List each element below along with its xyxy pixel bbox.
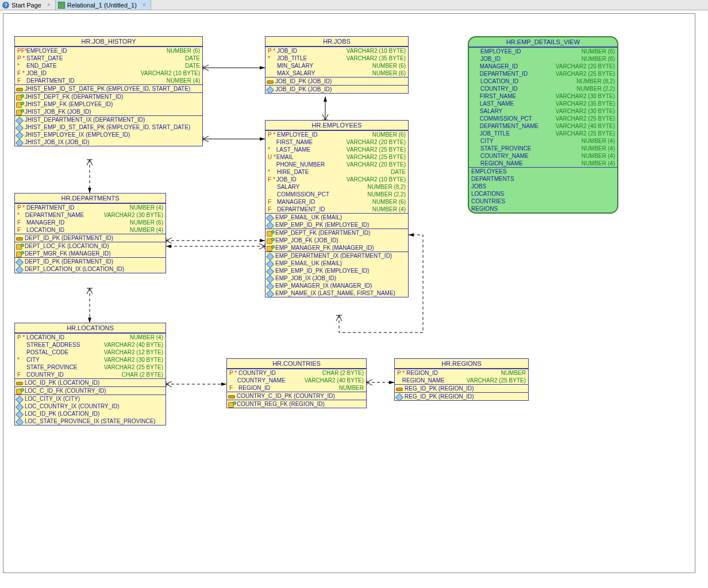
constraint-row: DEPT_ID_PK (DEPARTMENT_ID)	[15, 258, 166, 265]
column-row: FIRST_NAMEVARCHAR2 (30 BYTE)	[469, 92, 617, 100]
column-row: PHONE_NUMBERVARCHAR2 (20 BYTE)	[266, 161, 408, 168]
index-icon	[16, 411, 23, 417]
entity-departments[interactable]: HR.DEPARTMENTS P *DEPARTMENT_IDNUMBER (4…	[14, 193, 166, 273]
index-icon	[16, 419, 23, 424]
column-row: REGION_NAMEVARCHAR2 (25 BYTE)	[395, 377, 528, 384]
column-row: FDEPARTMENT_IDNUMBER (4)	[266, 206, 408, 213]
tab-start-page[interactable]: ? Start Page ×	[0, 0, 56, 10]
constraint-row: JHIST_DEPT_FK (DEPARTMENT_ID)	[15, 93, 202, 100]
index-icon	[16, 266, 23, 272]
column-row: P *START_DATEDATE	[15, 55, 202, 62]
column-row: P *COUNTRY_IDCHAR (2 BYTE)	[227, 369, 366, 377]
constraint-row: JHIST_JOB_IX (JOB_ID)	[15, 138, 202, 146]
index-icon	[267, 253, 274, 259]
fk-section: DEPT_LOC_FK (LOCATION_ID)DEPT_MGR_FK (MA…	[15, 242, 166, 257]
columns-section: EMPLOYEE_IDNUMBER (6) JOB_IDNUMBER (6) M…	[469, 47, 617, 167]
entity-title: HR.LOCATIONS	[15, 323, 166, 333]
constraint-row: LOC_C_ID_FK (COUNTRY_ID)	[15, 387, 166, 394]
entity-locations[interactable]: HR.LOCATIONS P *LOCATION_IDNUMBER (4) ST…	[14, 323, 166, 425]
column-row: *LAST_NAMEVARCHAR2 (25 BYTE)	[266, 146, 408, 153]
column-row: U *EMAILVARCHAR2 (25 BYTE)	[266, 153, 408, 161]
index-icon	[267, 276, 274, 281]
key-icon	[16, 86, 23, 92]
index-icon	[267, 268, 274, 274]
column-row: FIRST_NAMEVARCHAR2 (20 BYTE)	[266, 138, 408, 146]
constraint-row: LOC_STATE_PROVINCE_IX (STATE_PROVINCE)	[15, 417, 166, 425]
fk-section: EMP_DEPT_FK (DEPARTMENT_ID)EMP_JOB_FK (J…	[266, 229, 408, 252]
constraint-row: JHIST_EMP_FK (EMPLOYEE_ID)	[15, 100, 202, 108]
entity-countries[interactable]: HR.COUNTRIES P *COUNTRY_IDCHAR (2 BYTE) …	[226, 358, 367, 408]
constraint-row: EMP_EMP_ID_PK (EMPLOYEE_ID)	[266, 267, 408, 274]
foreign-key-icon	[16, 388, 23, 394]
columns-section: P *JOB_IDVARCHAR2 (10 BYTE) *JOB_TITLEVA…	[266, 47, 408, 77]
constraint-row: EMP_JOB_IX (JOB_ID)	[266, 274, 408, 282]
column-row: F *JOB_IDVARCHAR2 (10 BYTE)	[266, 176, 408, 183]
constraint-row: EMP_EMAIL_UK (EMAIL)	[266, 214, 408, 221]
column-row: *DEPARTMENT_NAMEVARCHAR2 (30 BYTE)	[15, 211, 166, 219]
idx-section: LOC_CITY_IX (CITY)LOC_COUNTRY_IX (COUNTR…	[15, 394, 166, 425]
idx-section: DEPT_ID_PK (DEPARTMENT_ID)DEPT_LOCATION_…	[15, 257, 166, 273]
foreign-key-icon	[267, 238, 274, 243]
constraint-row: JHIST_DEPARTMENT_IX (DEPARTMENT_ID)	[15, 116, 202, 123]
index-icon	[267, 283, 274, 289]
entity-employees[interactable]: HR.EMPLOYEES P *EMPLOYEE_IDNUMBER (6) FI…	[265, 120, 409, 297]
entity-regions[interactable]: HR.REGIONS P *REGION_IDNUMBER REGION_NAM…	[394, 358, 529, 401]
pk-section: REG_ID_PK (REGION_ID)	[395, 384, 528, 392]
ref-row: COUNTRIES	[469, 198, 617, 205]
constraint-row: EMP_DEPARTMENT_IX (DEPARTMENT_ID)	[266, 252, 408, 260]
pk-section: JOB_ID_PK (JOB_ID)	[266, 77, 408, 85]
column-row: COUNTRY_NAMEVARCHAR2 (40 BYTE)	[227, 377, 366, 384]
close-icon[interactable]: ×	[47, 2, 51, 8]
column-row: STATE_PROVINCENUMBER (4)	[469, 145, 617, 152]
diagram-canvas[interactable]: HR.JOB_HISTORY PF*EMPLOYEE_IDNUMBER (6)P…	[3, 13, 695, 573]
constraint-row: EMP_JOB_FK (JOB_ID)	[266, 237, 408, 244]
column-row: DEPARTMENT_IDVARCHAR2 (25 BYTE)	[469, 70, 617, 78]
entity-emp-details-view[interactable]: HR.EMP_DETAILS_VIEW EMPLOYEE_IDNUMBER (6…	[468, 36, 618, 214]
constraint-row: JHIST_EMP_ID_ST_DATE_PK (EMPLOYEE_ID, ST…	[15, 85, 202, 92]
column-row: COMMISSION_PCTVARCHAR2 (25 BYTE)	[469, 115, 617, 122]
index-icon	[267, 222, 274, 228]
ref-row: LOCATIONS	[469, 190, 617, 198]
key-icon	[16, 235, 23, 241]
help-icon: ?	[2, 2, 9, 9]
index-icon	[16, 140, 23, 145]
tab-relational[interactable]: Relational_1 (Untitled_1) ×	[56, 0, 151, 10]
columns-section: P *EMPLOYEE_IDNUMBER (6) FIRST_NAMEVARCH…	[266, 130, 408, 213]
entity-title: HR.JOBS	[266, 37, 408, 47]
entity-title: HR.EMP_DETAILS_VIEW	[469, 37, 617, 47]
ref-row: REGIONS	[469, 205, 617, 212]
idx-section: JHIST_DEPARTMENT_IX (DEPARTMENT_ID)JHIST…	[15, 115, 202, 146]
constraint-row: EMP_MANAGER_FK (MANAGER_ID)	[266, 244, 408, 252]
index-icon	[267, 215, 274, 220]
close-icon[interactable]: ×	[143, 2, 146, 8]
key-icon	[267, 79, 274, 84]
pk-section: EMP_EMAIL_UK (EMAIL)EMP_EMP_ID_PK (EMPLO…	[266, 213, 408, 229]
column-row: FREGION_IDNUMBER	[227, 384, 366, 392]
index-icon	[16, 396, 23, 402]
column-row: LOCATION_IDNUMBER (8,2)	[469, 78, 617, 85]
column-row: SALARYVARCHAR2 (30 BYTE)	[469, 107, 617, 115]
ref-row: JOBS	[469, 183, 617, 190]
column-row: CITYNUMBER (4)	[469, 137, 617, 145]
entity-jobs[interactable]: HR.JOBS P *JOB_IDVARCHAR2 (10 BYTE) *JOB…	[265, 36, 409, 94]
columns-section: P *REGION_IDNUMBER REGION_NAMEVARCHAR2 (…	[395, 369, 528, 384]
entity-job-history[interactable]: HR.JOB_HISTORY PF*EMPLOYEE_IDNUMBER (6)P…	[14, 36, 203, 146]
column-row: JOB_IDNUMBER (6)	[469, 55, 617, 63]
constraint-row: LOC_ID_PK (LOCATION_ID)	[15, 379, 166, 386]
column-row: LAST_NAMEVARCHAR2 (35 BYTE)	[469, 100, 617, 107]
column-row: EMPLOYEE_IDNUMBER (6)	[469, 48, 617, 55]
entity-title: HR.REGIONS	[395, 359, 528, 369]
columns-section: P *DEPARTMENT_IDNUMBER (4) *DEPARTMENT_N…	[15, 203, 166, 234]
column-row: *JOB_TITLEVARCHAR2 (35 BYTE)	[266, 55, 408, 62]
column-row: *END_DATEDATE	[15, 62, 202, 69]
foreign-key-icon	[16, 102, 23, 107]
tab-label: Relational_1 (Untitled_1)	[67, 2, 137, 9]
column-row: P *LOCATION_IDNUMBER (4)	[15, 334, 166, 341]
column-row: REGION_NAMENUMBER (4)	[469, 160, 617, 167]
key-icon	[396, 386, 403, 392]
constraint-row: JHIST_EMP_ID_ST_DATE_PK (EMPLOYEE_ID, ST…	[15, 123, 202, 131]
column-row: POSTAL_CODEVARCHAR2 (12 BYTE)	[15, 349, 166, 356]
index-icon	[16, 404, 23, 409]
tab-bar: ? Start Page × Relational_1 (Untitled_1)…	[0, 0, 708, 10]
foreign-key-icon	[267, 230, 274, 236]
